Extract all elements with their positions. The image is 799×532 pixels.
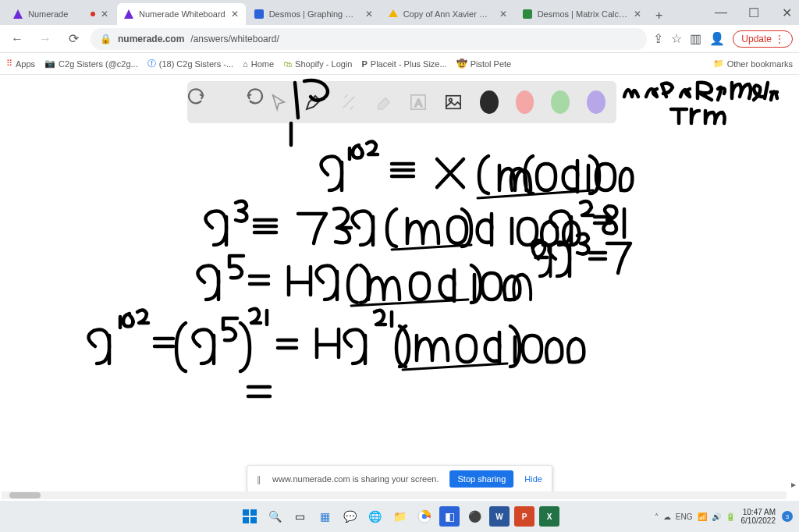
bookmark-item[interactable]: ⌂Home	[243, 59, 274, 69]
stop-sharing-button[interactable]: Stop sharing	[449, 470, 513, 488]
tab-close-icon[interactable]: ✕	[364, 9, 374, 19]
bookmark-item[interactable]: ⓕ(18) C2g Sisters -...	[147, 58, 233, 69]
window-max-icon[interactable]: ☐	[744, 3, 763, 22]
tab-desmos-matrix[interactable]: Desmos | Matrix Calculator ✕	[516, 3, 648, 25]
shopify-icon: 🛍	[283, 59, 292, 69]
tab-close-icon[interactable]: ✕	[633, 9, 642, 19]
onedrive-icon[interactable]: ☁	[663, 512, 671, 521]
placeit-icon: P	[361, 59, 367, 69]
date-text: 6/10/2022	[741, 516, 776, 525]
notification-badge[interactable]: 3	[782, 511, 793, 522]
handwriting-canvas[interactable]	[0, 75, 799, 501]
tab-title: Numerade Whiteboard	[139, 9, 225, 19]
extension-icon[interactable]: ▥	[690, 31, 701, 46]
pistol-icon: 🤠	[456, 59, 467, 69]
excel-icon[interactable]: X	[539, 506, 559, 527]
taskbar-icons: 🔍 ▭ ▦ 💬 🌐 📁 ◧ ⚫ W P X	[240, 506, 559, 527]
desmos-favicon-icon	[522, 9, 533, 20]
apps-grid-icon: ⠿	[6, 59, 12, 69]
bookmark-item[interactable]: PPlaceit - Plus Size...	[361, 59, 446, 69]
task-view-icon[interactable]: ▭	[289, 506, 310, 527]
svg-rect-12	[250, 517, 257, 523]
whiteboard-content: A	[0, 75, 799, 501]
svg-rect-2	[254, 9, 264, 19]
tab-google-drive[interactable]: Copy of Ann Xavier Gante ✕	[382, 3, 514, 25]
hide-link[interactable]: Hide	[524, 474, 542, 484]
search-icon[interactable]: 🔍	[265, 506, 285, 527]
scroll-right-icon[interactable]: ▸	[791, 479, 796, 490]
obs-icon[interactable]: ⚫	[464, 506, 485, 527]
tab-close-icon[interactable]: ✕	[499, 9, 508, 19]
numerade-favicon-icon	[12, 9, 23, 20]
address-host: numerade.com	[118, 34, 184, 44]
svg-marker-1	[124, 9, 133, 19]
address-bar[interactable]: 🔒 numerade.com/answers/whiteboard/	[91, 28, 647, 50]
tab-title: Numerade	[28, 9, 86, 19]
address-bar-row: ← → ⟳ 🔒 numerade.com/answers/whiteboard/…	[0, 25, 799, 53]
folder-icon: 📁	[713, 59, 724, 69]
address-actions: ⇪ ☆ ▥ 👤 Update⋮	[653, 30, 793, 48]
profile-icon[interactable]: 👤	[709, 31, 725, 46]
bookmark-item[interactable]: 📷C2g Sisters (@c2g...	[44, 59, 138, 69]
start-button[interactable]	[240, 506, 260, 527]
kebab-icon: ⋮	[775, 34, 784, 44]
tab-whiteboard[interactable]: Numerade Whiteboard ✕	[117, 3, 246, 25]
widgets-icon[interactable]: ▦	[314, 506, 335, 527]
file-explorer-icon[interactable]: 📁	[389, 506, 410, 527]
language-icon[interactable]: ENG	[676, 512, 693, 521]
address-path: /answers/whiteboard/	[190, 34, 279, 44]
tab-close-icon[interactable]: ✕	[230, 9, 240, 19]
share-text: www.numerade.com is sharing your screen.	[272, 474, 439, 484]
nav-forward-icon[interactable]: →	[34, 28, 56, 50]
battery-icon[interactable]: 🔋	[726, 512, 735, 521]
volume-icon[interactable]: 🔊	[712, 512, 721, 521]
word-icon[interactable]: W	[489, 506, 510, 527]
instagram-icon: 📷	[44, 59, 55, 69]
svg-rect-9	[243, 509, 249, 516]
svg-rect-10	[250, 509, 257, 516]
drive-favicon-icon	[388, 9, 399, 20]
clock[interactable]: 10:47 AM 6/10/2022	[741, 508, 776, 525]
lock-icon: 🔒	[100, 34, 112, 44]
facebook-icon: ⓕ	[147, 58, 156, 69]
bookmark-apps[interactable]: ⠿Apps	[6, 59, 35, 69]
time-text: 10:47 AM	[743, 508, 776, 516]
nav-reload-icon[interactable]: ⟳	[62, 28, 84, 50]
tab-numerade[interactable]: Numerade ✕	[6, 3, 115, 25]
system-tray: ˄ ☁ ENG 📶 🔊 🔋 10:47 AM 6/10/2022 3	[655, 508, 793, 525]
window-min-icon[interactable]: —	[712, 3, 730, 22]
browser-tab-strip: Numerade ✕ Numerade Whiteboard ✕ Desmos …	[0, 0, 799, 25]
app-icon[interactable]: ◧	[439, 506, 460, 527]
nav-back-icon[interactable]: ←	[6, 28, 28, 50]
star-icon[interactable]: ☆	[671, 31, 682, 46]
bookmark-item[interactable]: 🤠Pistol Pete	[456, 59, 512, 69]
new-tab-button[interactable]: +	[650, 6, 669, 25]
other-bookmarks[interactable]: 📁Other bookmarks	[713, 59, 793, 69]
chat-icon[interactable]: 💬	[339, 506, 360, 527]
chevron-up-icon[interactable]: ˄	[655, 512, 659, 521]
screen-share-bar: ‖ www.numerade.com is sharing your scree…	[247, 465, 552, 493]
pause-icon[interactable]: ‖	[257, 474, 261, 484]
tab-desmos-graphing[interactable]: Desmos | Graphing Calcul ✕	[247, 3, 380, 25]
tab-title: Desmos | Matrix Calculator	[538, 9, 628, 19]
horizontal-scrollbar[interactable]	[2, 491, 787, 499]
bookmarks-bar: ⠿Apps 📷C2g Sisters (@c2g... ⓕ(18) C2g Si…	[0, 53, 799, 75]
powerpoint-icon[interactable]: P	[514, 506, 534, 527]
tab-close-icon[interactable]: ✕	[100, 9, 109, 19]
svg-rect-11	[243, 517, 249, 523]
wifi-icon[interactable]: 📶	[698, 512, 707, 521]
bookmark-item[interactable]: 🛍Shopify - Login	[283, 59, 352, 69]
svg-marker-0	[13, 9, 23, 19]
window-close-icon[interactable]: ✕	[777, 3, 796, 22]
tab-title: Copy of Ann Xavier Gante	[403, 9, 494, 19]
unread-dot-icon	[91, 12, 95, 16]
svg-marker-3	[389, 9, 398, 17]
windows-taskbar: 🔍 ▭ ▦ 💬 🌐 📁 ◧ ⚫ W P X ˄ ☁ ENG 📶 🔊 🔋 10:4…	[0, 501, 799, 532]
window-controls: — ☐ ✕	[712, 3, 796, 22]
update-button[interactable]: Update⋮	[733, 30, 793, 48]
desmos-favicon-icon	[254, 9, 265, 20]
numerade-favicon-icon	[123, 9, 134, 20]
edge-icon[interactable]: 🌐	[364, 506, 385, 527]
share-icon[interactable]: ⇪	[653, 31, 663, 46]
chrome-icon[interactable]	[414, 506, 435, 527]
